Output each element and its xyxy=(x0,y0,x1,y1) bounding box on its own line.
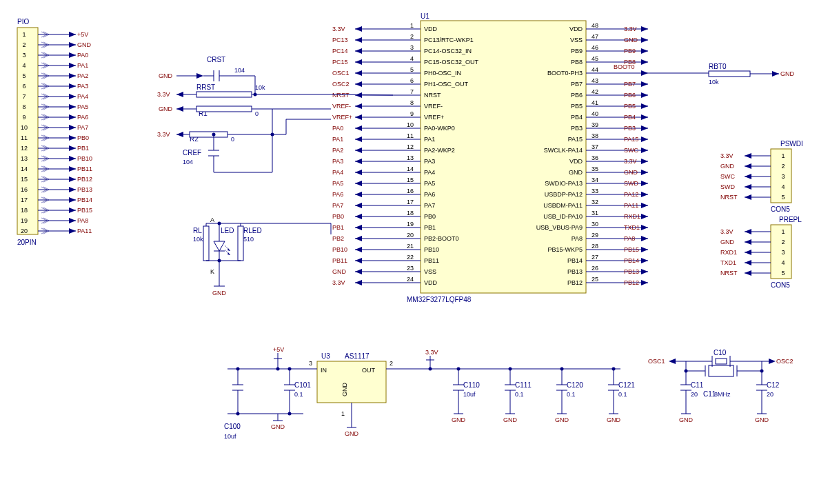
svg-point-554 xyxy=(429,367,432,371)
svg-text:PB4: PB4 xyxy=(624,114,636,121)
svg-text:PA1: PA1 xyxy=(332,136,343,143)
svg-marker-178 xyxy=(355,26,362,32)
svg-marker-244 xyxy=(355,148,362,153)
svg-text:RLED: RLED xyxy=(243,227,262,234)
svg-text:8MHz: 8MHz xyxy=(714,391,731,398)
svg-text:PB0: PB0 xyxy=(77,134,89,141)
svg-marker-341 xyxy=(641,59,648,65)
svg-text:PH1-OSC_OUT: PH1-OSC_OUT xyxy=(424,81,469,88)
svg-text:PB14: PB14 xyxy=(77,196,92,203)
svg-marker-298 xyxy=(355,247,362,252)
svg-text:PB14: PB14 xyxy=(567,257,583,264)
svg-text:PA1: PA1 xyxy=(77,62,88,69)
svg-marker-79 xyxy=(69,187,76,192)
svg-text:PA7: PA7 xyxy=(424,202,435,209)
svg-text:GND: GND xyxy=(159,105,173,112)
svg-text:16: 16 xyxy=(21,186,28,193)
svg-text:20: 20 xyxy=(691,391,698,398)
svg-text:GND: GND xyxy=(212,290,227,296)
svg-text:1: 1 xyxy=(781,152,785,159)
svg-text:PA11: PA11 xyxy=(624,202,638,209)
svg-text:PB12: PB12 xyxy=(77,176,92,183)
svg-text:104: 104 xyxy=(183,159,193,165)
svg-text:7: 7 xyxy=(410,88,414,95)
svg-text:CRST: CRST xyxy=(207,56,225,63)
svg-text:15: 15 xyxy=(407,177,414,183)
svg-marker-304 xyxy=(355,258,362,263)
svg-text:USBDM-PA11: USBDM-PA11 xyxy=(543,202,583,209)
svg-text:35: 35 xyxy=(592,165,598,172)
svg-marker-34 xyxy=(69,94,76,99)
svg-marker-329 xyxy=(641,37,648,43)
svg-text:4: 4 xyxy=(781,183,785,190)
svg-marker-286 xyxy=(355,225,362,230)
svg-text:GND: GND xyxy=(720,239,735,245)
svg-text:BOOT0: BOOT0 xyxy=(614,63,635,70)
svg-text:PA8: PA8 xyxy=(624,235,635,242)
svg-text:36: 36 xyxy=(592,154,598,161)
svg-marker-122 xyxy=(176,106,183,112)
svg-marker-89 xyxy=(69,208,76,213)
svg-text:10: 10 xyxy=(21,124,28,131)
svg-text:GND: GND xyxy=(755,416,769,423)
svg-text:5: 5 xyxy=(410,66,414,73)
svg-text:GND: GND xyxy=(679,416,694,423)
svg-text:0.1: 0.1 xyxy=(567,391,576,398)
svg-text:SWD: SWD xyxy=(720,183,735,190)
svg-text:PA1: PA1 xyxy=(424,136,435,143)
svg-text:GND: GND xyxy=(503,416,518,423)
svg-text:PA8: PA8 xyxy=(77,217,88,224)
svg-text:21: 21 xyxy=(407,243,414,250)
svg-marker-190 xyxy=(355,48,362,54)
svg-text:PA0-WKP0: PA0-WKP0 xyxy=(424,125,455,132)
svg-marker-596 xyxy=(769,359,776,364)
svg-text:39: 39 xyxy=(592,121,598,128)
svg-marker-354 xyxy=(641,81,648,87)
svg-text:3.3V: 3.3V xyxy=(332,279,345,286)
svg-text:44: 44 xyxy=(592,66,598,73)
svg-text:46: 46 xyxy=(592,44,598,51)
svg-marker-208 xyxy=(355,81,362,87)
svg-text:PB10: PB10 xyxy=(332,246,347,253)
svg-text:8: 8 xyxy=(410,99,414,106)
svg-text:1: 1 xyxy=(781,228,785,235)
svg-point-557 xyxy=(457,367,461,371)
svg-text:13: 13 xyxy=(407,154,414,161)
svg-text:5: 5 xyxy=(781,270,785,276)
svg-text:18: 18 xyxy=(407,210,414,216)
svg-text:1: 1 xyxy=(341,410,345,417)
svg-text:U1: U1 xyxy=(421,12,429,20)
regulator-section: +5V C100 10uf C101 0.1 GND U3 AS1117 IN … xyxy=(224,346,635,440)
svg-marker-84 xyxy=(69,197,76,203)
svg-text:9: 9 xyxy=(410,110,414,117)
svg-text:SWC: SWC xyxy=(624,147,638,154)
svg-text:0: 0 xyxy=(231,136,234,143)
svg-text:PH0-OSC_IN: PH0-OSC_IN xyxy=(424,70,461,77)
svg-text:3.3V: 3.3V xyxy=(157,91,170,98)
svg-text:PA4: PA4 xyxy=(332,169,343,176)
svg-text:26: 26 xyxy=(592,265,598,272)
svg-text:PA6: PA6 xyxy=(332,191,343,198)
svg-text:17: 17 xyxy=(21,196,28,203)
svg-text:2: 2 xyxy=(22,41,26,48)
svg-text:16: 16 xyxy=(407,188,414,194)
svg-text:3: 3 xyxy=(410,44,414,51)
svg-marker-99 xyxy=(69,228,76,234)
svg-text:OSC2: OSC2 xyxy=(332,81,350,88)
svg-text:14: 14 xyxy=(21,165,28,172)
svg-marker-94 xyxy=(69,218,76,223)
svg-marker-514 xyxy=(745,270,751,276)
svg-text:VREF-: VREF- xyxy=(424,103,443,110)
svg-text:48: 48 xyxy=(592,22,598,29)
svg-text:GND: GND xyxy=(452,416,466,423)
svg-text:PA4: PA4 xyxy=(77,93,88,100)
svg-text:C10: C10 xyxy=(714,349,727,356)
svg-text:17: 17 xyxy=(407,199,414,205)
svg-text:15: 15 xyxy=(21,176,28,183)
svg-point-571 xyxy=(560,367,564,371)
svg-text:OUT: OUT xyxy=(362,367,376,374)
svg-marker-29 xyxy=(69,83,76,89)
svg-marker-24 xyxy=(69,73,76,79)
svg-text:PB0: PB0 xyxy=(424,213,436,220)
svg-marker-49 xyxy=(69,125,76,130)
